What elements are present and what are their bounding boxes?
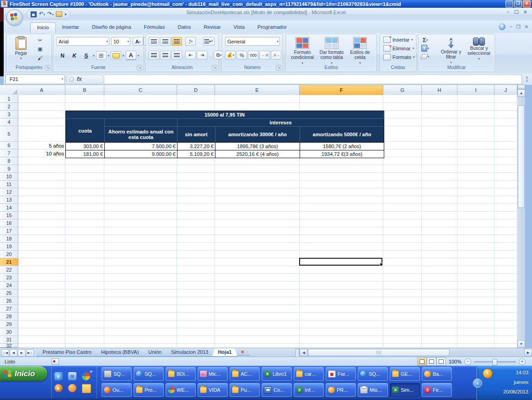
cell-E31[interactable] (215, 336, 300, 344)
cell-J16[interactable] (494, 219, 517, 227)
row-header-25[interactable]: 25 (0, 289, 18, 297)
cell-C20[interactable] (104, 251, 177, 258)
cell-E20[interactable] (215, 251, 300, 258)
table-title[interactable]: 15000 al 7,95 TIN (66, 111, 384, 119)
cell-D24[interactable] (177, 282, 215, 289)
cell-A2[interactable] (18, 103, 65, 111)
cell-E23[interactable] (215, 274, 300, 282)
macro-record-icon[interactable] (52, 358, 59, 365)
cell-F31[interactable] (300, 336, 383, 344)
italic-button[interactable]: K (69, 51, 80, 60)
cell-A30[interactable] (18, 328, 65, 336)
row-header-22[interactable]: 22 (0, 266, 18, 274)
redo-icon[interactable]: ↷▾ (48, 11, 54, 17)
cell-H32[interactable] (422, 344, 457, 347)
cell-E19[interactable] (215, 243, 300, 251)
cell-J19[interactable] (494, 243, 517, 251)
cell-I14[interactable] (457, 204, 494, 212)
cell-A11[interactable] (18, 181, 65, 188)
cell-I24[interactable] (457, 282, 494, 289)
cell-D16[interactable] (177, 219, 215, 227)
cell-C8[interactable] (104, 157, 177, 165)
conditional-formatting-button[interactable]: Formato condicional▾ (288, 36, 317, 65)
zoom-slider[interactable] (474, 361, 516, 363)
cell-G29[interactable] (383, 320, 422, 328)
cell-H16[interactable] (422, 219, 457, 227)
cell-J12[interactable] (494, 188, 517, 196)
row-header-7[interactable]: 7 (0, 149, 18, 157)
cell-C27[interactable] (104, 305, 177, 313)
sheet-tab-simulacion-2013[interactable]: Simulacion 2013 (165, 348, 214, 357)
row-header-5[interactable]: 5 (0, 126, 18, 142)
cell-H21[interactable] (422, 258, 457, 266)
cell-D2[interactable] (177, 103, 215, 111)
cell-D9[interactable] (177, 165, 215, 173)
column-header-D[interactable]: D (177, 85, 215, 96)
cell-G9[interactable] (383, 165, 422, 173)
cell-G4[interactable] (383, 118, 422, 126)
taskbar-button-ge[interactable]: GE... (390, 367, 420, 381)
cell-D19[interactable] (177, 243, 215, 251)
cell-G20[interactable] (383, 251, 422, 258)
cell-G18[interactable] (383, 235, 422, 243)
align-right-icon[interactable] (172, 51, 182, 59)
cell-F17[interactable] (300, 227, 383, 235)
cell-H30[interactable] (422, 328, 457, 336)
undo-icon[interactable]: ↶▾ (39, 11, 45, 17)
cell-C11[interactable] (104, 181, 177, 188)
cell-G10[interactable] (383, 173, 422, 181)
cell-J7[interactable] (494, 149, 517, 157)
cell-B29[interactable] (65, 320, 104, 328)
cell-H31[interactable] (422, 336, 457, 344)
sheet-tab-hipoteca-bbva-[interactable]: Hipoteca (BBVA) (95, 348, 145, 357)
cell-I20[interactable] (457, 251, 494, 258)
row-header-13[interactable]: 13 (0, 196, 18, 204)
cell-B21[interactable] (65, 258, 104, 266)
cell-H8[interactable] (422, 157, 457, 165)
cell-J13[interactable] (494, 196, 517, 204)
cell-I16[interactable] (457, 219, 494, 227)
cell-F6[interactable]: 1580,7€ (2 años) (300, 142, 384, 150)
dialog-launcher-icon[interactable]: ↘ (45, 65, 50, 70)
cell-G17[interactable] (383, 227, 422, 235)
cell-F14[interactable] (300, 204, 383, 212)
row-header-12[interactable]: 12 (0, 188, 18, 196)
cell-J5[interactable] (494, 126, 517, 142)
copy-icon[interactable]: ▣ (36, 46, 44, 53)
cell-H19[interactable] (422, 243, 457, 251)
align-bottom-icon[interactable] (172, 37, 182, 46)
wrap-text-icon[interactable]: ↵ (203, 37, 215, 46)
increase-decimal-icon[interactable]: ←.0 (259, 51, 270, 59)
cell-A18[interactable] (18, 235, 65, 243)
cell-G2[interactable] (383, 103, 422, 111)
cell-E13[interactable] (215, 196, 300, 204)
tab-splitter[interactable] (296, 349, 300, 357)
cell-E11[interactable] (215, 181, 300, 188)
cell-H17[interactable] (422, 227, 457, 235)
underline-button[interactable]: S (81, 51, 91, 60)
cell-C30[interactable] (104, 328, 177, 336)
cell-C32[interactable] (104, 344, 177, 347)
cell-B8[interactable] (65, 157, 104, 165)
cell-A23[interactable] (18, 274, 65, 282)
excel-minimize-button[interactable]: – (507, 9, 510, 15)
minimize-button[interactable]: _ (505, 0, 513, 7)
cell-A16[interactable] (18, 219, 65, 227)
cell-C23[interactable] (104, 274, 177, 282)
cell-I31[interactable] (457, 336, 494, 344)
cell-A15[interactable] (18, 212, 65, 219)
row-header-20[interactable]: 20 (0, 251, 18, 258)
cell-I10[interactable] (457, 173, 494, 181)
selected-cell-F21[interactable] (299, 258, 382, 266)
cell-D13[interactable] (177, 196, 215, 204)
cell-H15[interactable] (422, 212, 457, 219)
cell-F23[interactable] (300, 274, 383, 282)
cell-F29[interactable] (300, 320, 383, 328)
cell-J24[interactable] (494, 282, 517, 289)
cell-B13[interactable] (65, 196, 104, 204)
cell-J20[interactable] (494, 251, 517, 258)
outlook-express-icon[interactable]: ✉ (68, 372, 76, 380)
cell-C2[interactable] (104, 103, 177, 111)
cell-E8[interactable] (215, 157, 300, 165)
ribbon-tab-inicio[interactable]: Inicio (30, 22, 56, 33)
